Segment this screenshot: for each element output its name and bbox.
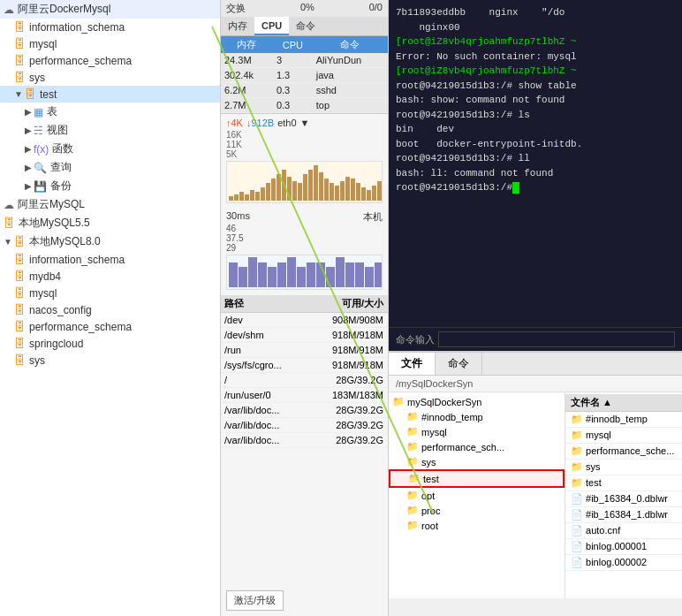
cmd-input[interactable] (438, 331, 675, 347)
disk-row[interactable]: /var/lib/doc...28G/39.2G (221, 433, 388, 448)
middle-panel: 交换 0% 0/0 内存 CPU 命令 内存 CPU 命令 24.3M3AliY… (221, 0, 389, 616)
file-list-item[interactable]: 📁 performance_sche... (565, 444, 682, 460)
sidebar-item-tables[interactable]: ▶ ▦ 表 (0, 103, 220, 121)
sidebar-item-local-mysql80[interactable]: ▼ 🗄 本地MySQL8.0 (0, 232, 220, 251)
bottom-tab-cmd[interactable]: 命令 (436, 353, 482, 375)
sidebar-item-views[interactable]: ▶ ☵ 视图 (0, 121, 220, 140)
db-icon: 🗄 (14, 71, 26, 84)
sidebar-item-alicloud-mysql[interactable]: ☁ 阿里云MySQL (0, 195, 220, 214)
file-tree-item[interactable]: 📁test (389, 469, 565, 488)
cmd-input-row: 命令输入 (389, 327, 682, 351)
sidebar-item-springcloud[interactable]: 🗄 springcloud (0, 335, 220, 352)
disk-row[interactable]: /var/lib/doc...28G/39.2G (221, 403, 388, 418)
disk-row[interactable]: /dev/shm918M/918M (221, 328, 388, 343)
disk-row[interactable]: /var/lib/doc...28G/39.2G (221, 418, 388, 433)
sidebar-item-backups[interactable]: ▶ 💾 备份 (0, 177, 220, 195)
file-tree-item[interactable]: 📁root (389, 518, 565, 533)
sidebar-item-sys-1[interactable]: 🗄 sys (0, 69, 220, 86)
lat-bar (277, 262, 286, 287)
sidebar-item-perf-schema-1[interactable]: 🗄 performance_schema (0, 52, 220, 69)
exchange-section: 交换 0% 0/0 内存 CPU 命令 内存 CPU 命令 24.3M3AliY… (221, 0, 388, 114)
sidebar-label: mysql (29, 38, 57, 50)
sidebar-item-test-1[interactable]: ▼ 🗄 test (0, 86, 220, 103)
file-tree-item[interactable]: 📁proc (389, 503, 565, 518)
file-list-item[interactable]: 📄 binlog.000001 (565, 539, 682, 555)
file-tree-item[interactable]: 📁mySqlDockerSyn (389, 394, 565, 409)
resource-row[interactable]: 302.4k1.3java (221, 68, 388, 83)
file-list-item[interactable]: 📁 mysql (565, 428, 682, 444)
tab-cmd[interactable]: 命令 (289, 17, 322, 35)
bottom-panel: 文件 命令 /mySqlDockerSyn 📁mySqlDockerSyn📁#i… (389, 351, 682, 598)
exchange-header: 交换 0% 0/0 (221, 0, 388, 17)
disk-size: 28G/39.2G (313, 435, 383, 445)
sidebar-item-nacos[interactable]: 🗄 nacos_config (0, 301, 220, 318)
net-bar (330, 183, 334, 201)
sidebar-label: 本地MySQL5.5 (19, 216, 90, 231)
resource-row[interactable]: 2.7M0.3top (221, 98, 388, 113)
sidebar-item-alicloud-docker[interactable]: ☁ 阿里云DockerMysql (0, 0, 220, 19)
net-bar (345, 177, 350, 202)
exchange-ratio: 0/0 (369, 2, 383, 15)
file-list-item[interactable]: 📁 #innodb_temp (565, 412, 682, 428)
disk-row[interactable]: /run/user/0183M/183M (221, 388, 388, 403)
net-up: ↑4K (226, 118, 243, 128)
sidebar-label: 备份 (50, 179, 72, 194)
db-icon: 🗄 (14, 320, 26, 333)
file-list-item[interactable]: 📁 sys (565, 460, 682, 475)
sidebar-item-mysql-1[interactable]: 🗄 mysql (0, 35, 220, 52)
file-tree-item[interactable]: 📁opt (389, 488, 565, 503)
sidebar-item-mydb4[interactable]: 🗄 mydb4 (0, 268, 220, 285)
disk-row[interactable]: /run918M/918M (221, 343, 388, 358)
file-list-item[interactable]: 📄 binlog.000002 (565, 555, 682, 571)
file-tree-item[interactable]: 📁mysql (389, 424, 565, 439)
net-bar (367, 190, 371, 202)
disk-row[interactable]: /dev908M/908M (221, 313, 388, 328)
db-icon: 🗄 (14, 303, 26, 316)
lat-bar (307, 262, 315, 287)
activate-button[interactable]: 激活/升级 (226, 590, 284, 611)
disk-row[interactable]: /sys/fs/cgro...918M/918M (221, 358, 388, 373)
file-list-item[interactable]: 📁 test (565, 475, 682, 491)
file-tree-item[interactable]: 📁sys (389, 454, 565, 469)
sidebar-label: 查询 (50, 160, 72, 175)
db-icon: 🗄 (14, 235, 26, 248)
file-tree-item[interactable]: 📁#innodb_temp (389, 409, 565, 424)
lat-bar (375, 262, 383, 287)
file-name: 📄 binlog.000001 (571, 541, 677, 552)
sidebar-item-queries[interactable]: ▶ 🔍 查询 (0, 158, 220, 177)
tree-item-label: #innodb_temp (421, 412, 483, 422)
cmd-input-label: 命令输入 (396, 333, 435, 346)
resource-row[interactable]: 6.2M0.3sshd (221, 83, 388, 98)
file-list-item[interactable]: 📄 auto.cnf (565, 523, 682, 539)
tab-cpu[interactable]: CPU (254, 17, 289, 35)
tree-item-label: proc (421, 506, 440, 516)
net-bar (319, 172, 323, 202)
sidebar-item-local-mysql55[interactable]: 🗄 本地MySQL5.5 (0, 214, 220, 232)
lat-bar (268, 267, 277, 287)
db-icon: 🗄 (4, 217, 15, 230)
sidebar-label: sys (29, 72, 45, 84)
res-cpu: 0.3 (273, 83, 313, 98)
resource-tabs: 内存 CPU 命令 (221, 17, 388, 36)
disk-size: 908M/908M (313, 315, 383, 325)
sidebar-item-info-schema-2[interactable]: 🗄 information_schema (0, 251, 220, 268)
sidebar-item-sys-2[interactable]: 🗄 sys (0, 352, 220, 369)
tab-mem[interactable]: 内存 (221, 17, 254, 35)
disk-row[interactable]: /28G/39.2G (221, 373, 388, 388)
disk-size: 28G/39.2G (313, 375, 383, 385)
bottom-tab-file[interactable]: 文件 (389, 353, 436, 375)
lat-bar (297, 267, 306, 287)
net-bar (239, 192, 244, 201)
sidebar-item-mysql-2[interactable]: 🗄 mysql (0, 285, 220, 301)
file-tree-item[interactable]: 📁performance_sch... (389, 439, 565, 454)
query-icon: 🔍 (34, 162, 47, 174)
file-list-item[interactable]: 📄 #ib_16384_0.dblwr (565, 491, 682, 507)
sidebar-item-perf-schema-2[interactable]: 🗄 performance_schema (0, 318, 220, 335)
resource-row[interactable]: 24.3M3AliYunDun (221, 53, 388, 68)
folder-icon: 📁 (406, 426, 419, 437)
sidebar-label: information_schema (29, 21, 125, 34)
sidebar-item-info-schema-1[interactable]: 🗄 information_schema (0, 19, 220, 35)
sidebar-item-funcs[interactable]: ▶ f(x) 函数 (0, 140, 220, 158)
file-list-item[interactable]: 📄 #ib_16384_1.dblwr (565, 507, 682, 523)
exchange-pct: 0% (300, 2, 314, 15)
